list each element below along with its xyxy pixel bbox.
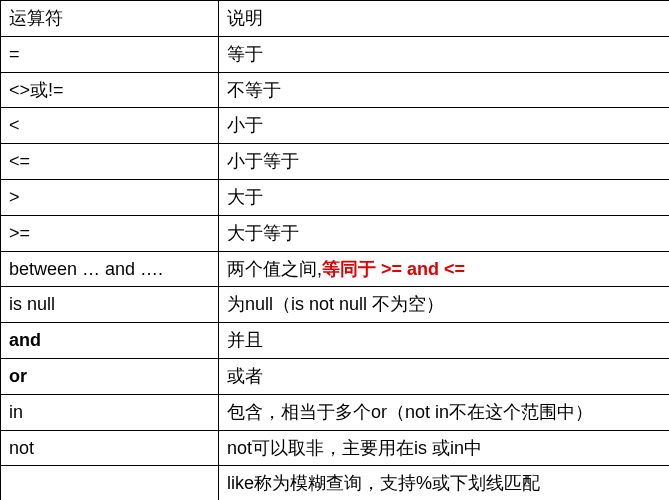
table-row: and 并且	[1, 323, 670, 359]
cell-description: 并且	[219, 323, 670, 359]
header-description: 说明	[219, 1, 670, 37]
cell-description: 不等于	[219, 72, 670, 108]
table-row: in 包含，相当于多个or（not in不在这个范围中）	[1, 394, 670, 430]
cell-description: 大于等于	[219, 215, 670, 251]
table-row: >= 大于等于	[1, 215, 670, 251]
table-row: not not可以取非，主要用在is 或in中	[1, 430, 670, 466]
cell-operator: <=	[1, 144, 219, 180]
table-row: like like称为模糊查询，支持%或下划线匹配 %匹配任意个字符 下划线，一…	[1, 466, 670, 500]
cell-description: 小于等于	[219, 144, 670, 180]
cell-operator: in	[1, 394, 219, 430]
cell-operator: or	[1, 358, 219, 394]
cell-operator: not	[1, 430, 219, 466]
table-row: > 大于	[1, 179, 670, 215]
table-row: is null 为null（is not null 不为空）	[1, 287, 670, 323]
table-row: = 等于	[1, 36, 670, 72]
cell-operator: >	[1, 179, 219, 215]
cell-description: 等于	[219, 36, 670, 72]
cell-operator: >=	[1, 215, 219, 251]
cell-operator: <	[1, 108, 219, 144]
cell-operator: =	[1, 36, 219, 72]
cell-operator: is null	[1, 287, 219, 323]
desc-highlight: 等同于 >= and <=	[322, 259, 465, 279]
cell-description: 包含，相当于多个or（not in不在这个范围中）	[219, 394, 670, 430]
cell-operator: and	[1, 323, 219, 359]
cell-operator: like	[1, 466, 219, 500]
cell-description: 两个值之间,等同于 >= and <=	[219, 251, 670, 287]
cell-description: not可以取非，主要用在is 或in中	[219, 430, 670, 466]
table-row: < 小于	[1, 108, 670, 144]
cell-operator: <>或!=	[1, 72, 219, 108]
cell-operator: between … and ….	[1, 251, 219, 287]
operators-table: 运算符 说明 = 等于 <>或!= 不等于 < 小于 <= 小于等于 > 大于 …	[0, 0, 669, 500]
cell-description: 或者	[219, 358, 670, 394]
table-row: or 或者	[1, 358, 670, 394]
table-header-row: 运算符 说明	[1, 1, 670, 37]
cell-description: 小于	[219, 108, 670, 144]
cell-description: 大于	[219, 179, 670, 215]
table-row: <>或!= 不等于	[1, 72, 670, 108]
table-row: <= 小于等于	[1, 144, 670, 180]
header-operator: 运算符	[1, 1, 219, 37]
cell-description: 为null（is not null 不为空）	[219, 287, 670, 323]
desc-prefix: 两个值之间,	[227, 259, 322, 279]
cell-description: like称为模糊查询，支持%或下划线匹配 %匹配任意个字符 下划线，一个下划线只…	[219, 466, 670, 500]
table-row: between … and …. 两个值之间,等同于 >= and <=	[1, 251, 670, 287]
